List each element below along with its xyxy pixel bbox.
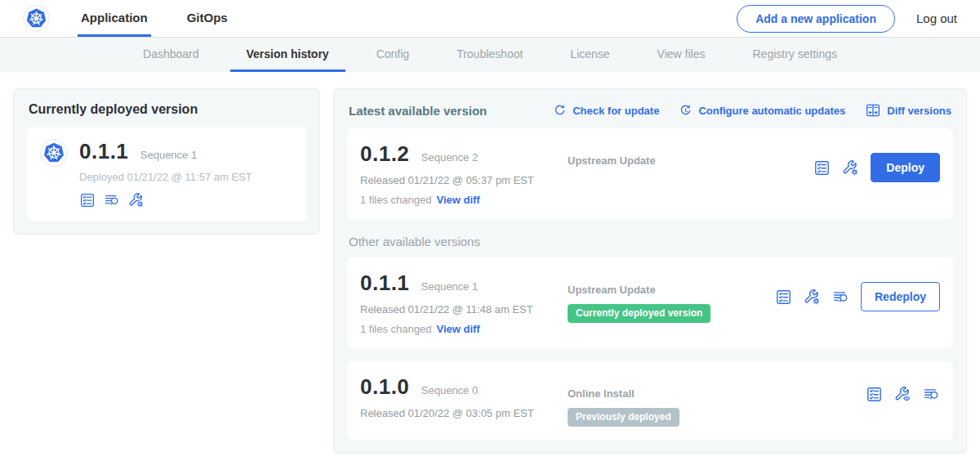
currently-deployed-title: Currently deployed version [29, 102, 305, 117]
tab-troubleshoot[interactable]: Troubleshoot [440, 38, 539, 72]
diff-versions-label: Diff versions [887, 105, 951, 117]
tab-registry-settings[interactable]: Registry settings [737, 38, 853, 72]
tab-view-files[interactable]: View files [641, 38, 722, 72]
edit-config-icon[interactable] [804, 289, 821, 306]
tab-license[interactable]: License [554, 38, 626, 72]
version-label: 0.1.0 [360, 374, 409, 399]
sequence-label: Sequence 0 [421, 384, 478, 396]
preflight-checklist-icon[interactable] [813, 159, 831, 177]
deploy-button[interactable]: Deploy [871, 153, 940, 182]
check-for-update-label: Check for update [572, 105, 659, 117]
released-timestamp: Released 01/21/22 @ 05:37 pm EST [360, 174, 568, 186]
deploy-logs-icon[interactable] [832, 289, 849, 306]
app-header: Application GitOps Add a new application… [0, 0, 980, 38]
configure-automatic-updates-label: Configure automatic updates [698, 105, 845, 117]
version-source-label: Upstream Update [568, 284, 775, 296]
currently-deployed-panel: Currently deployed version 0.1.1 Sequenc… [13, 88, 320, 235]
deploy-logs-icon[interactable] [923, 386, 940, 403]
add-new-application-button[interactable]: Add a new application [737, 5, 895, 33]
redeploy-button[interactable]: Redeploy [861, 282, 940, 311]
kubernetes-logo [40, 139, 68, 208]
currently-deployed-badge: Currently deployed version [568, 304, 710, 323]
edit-config-icon[interactable] [128, 192, 145, 208]
version-label: 0.1.1 [360, 271, 409, 295]
files-changed-label: 1 files changed [360, 323, 431, 335]
currently-deployed-card: 0.1.1 Sequence 1 Deployed 01/21/22 @ 11:… [27, 128, 306, 221]
latest-available-title: Latest available version [349, 104, 487, 118]
kubernetes-logo [23, 0, 50, 37]
header-tab-application[interactable]: Application [78, 0, 151, 37]
tab-config[interactable]: Config [360, 38, 425, 72]
version-source-label: Upstream Update [568, 154, 813, 167]
view-diff-link[interactable]: View diff [436, 194, 479, 206]
tab-dashboard[interactable]: Dashboard [127, 38, 216, 72]
check-for-update-link[interactable]: Check for update [553, 104, 659, 118]
diff-versions-icon [865, 102, 881, 119]
version-row-0-1-2: 0.1.2 Sequence 2 Released 01/21/22 @ 05:… [347, 128, 953, 219]
deployed-timestamp: Deployed 01/21/22 @ 11:57 am EST [79, 171, 252, 183]
diff-versions-link[interactable]: Diff versions [865, 102, 951, 119]
version-row-0-1-1: 0.1.1 Sequence 1 Released 01/21/22 @ 11:… [347, 257, 953, 348]
view-diff-link[interactable]: View diff [436, 323, 479, 335]
deployed-sequence-label: Sequence 1 [140, 149, 197, 161]
version-label: 0.1.2 [360, 141, 409, 166]
edit-config-icon[interactable] [842, 159, 859, 177]
view-config-icon[interactable] [894, 386, 911, 403]
files-changed-label: 1 files changed [360, 194, 431, 206]
refresh-icon [553, 104, 567, 118]
logout-button[interactable]: Log out [916, 11, 957, 25]
app-subnav: Dashboard Version history Config Trouble… [0, 38, 980, 72]
sequence-label: Sequence 2 [421, 151, 478, 163]
version-source-label: Online Install [568, 387, 866, 400]
preflight-checklist-icon[interactable] [775, 289, 792, 306]
deployed-version-label: 0.1.1 [79, 139, 128, 163]
other-available-title: Other available versions [349, 235, 951, 248]
schedule-update-icon [679, 104, 693, 118]
header-tab-gitops[interactable]: GitOps [184, 0, 231, 37]
configure-automatic-updates-link[interactable]: Configure automatic updates [679, 104, 845, 118]
tab-version-history[interactable]: Version history [230, 38, 345, 72]
preflight-checklist-icon[interactable] [866, 386, 883, 403]
previously-deployed-badge: Previously deployed [568, 408, 679, 427]
sequence-label: Sequence 1 [421, 280, 478, 293]
deploy-logs-icon[interactable] [104, 192, 120, 208]
version-row-0-1-0: 0.1.0 Sequence 0 Released 01/20/22 @ 03:… [347, 361, 953, 440]
released-timestamp: Released 01/21/22 @ 11:48 am EST [360, 303, 568, 316]
released-timestamp: Released 01/20/22 @ 03:05 pm EST [360, 407, 568, 419]
preflight-checklist-icon[interactable] [79, 192, 96, 208]
version-history-panel: Latest available version Check for updat… [333, 88, 967, 454]
